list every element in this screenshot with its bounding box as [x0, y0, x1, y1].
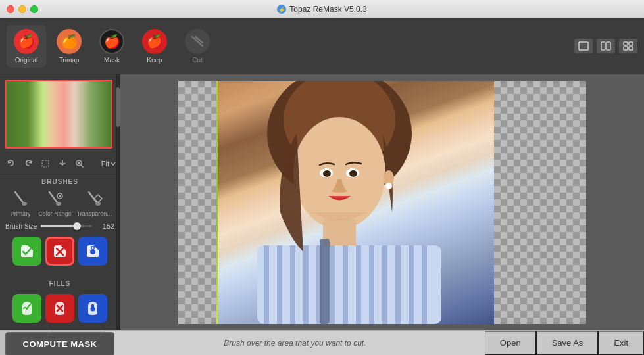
selection-tool[interactable] [38, 156, 53, 171]
svg-rect-39 [303, 245, 309, 324]
fill-process-button[interactable] [78, 294, 107, 323]
compute-mask-button[interactable]: COMPUTE MASK [5, 332, 114, 355]
pan-tool[interactable] [55, 156, 70, 171]
svg-rect-44 [369, 245, 374, 324]
svg-line-13 [81, 165, 83, 167]
chevron-down-icon [111, 161, 116, 166]
svg-line-16 [15, 192, 23, 202]
svg-rect-7 [624, 42, 628, 45]
svg-point-33 [293, 117, 385, 229]
brush-action-buttons [0, 231, 120, 271]
save-as-button[interactable]: Save As [537, 331, 599, 356]
svg-point-19 [56, 202, 61, 206]
main-area: Fit BRUSHES Primary [0, 74, 644, 330]
svg-rect-41 [330, 245, 335, 324]
fills-buttons [0, 290, 120, 327]
single-view-button[interactable] [574, 39, 593, 53]
svg-line-18 [49, 192, 57, 202]
brush-size-slider[interactable] [41, 225, 92, 227]
canvas-area[interactable] [120, 74, 644, 330]
status-text: Brush over the area that you want to cut… [105, 339, 485, 348]
brush-tools: Primary Color Range [0, 188, 120, 221]
mask-icon: 🍎 [99, 29, 124, 54]
process-brush-button[interactable] [78, 237, 107, 266]
svg-point-21 [59, 195, 61, 197]
transparency-tool[interactable]: Transparen... [77, 188, 112, 217]
tool-trimap[interactable]: 🍊 Trimap [49, 25, 89, 68]
bottom-right-buttons: Open Save As Exit [485, 331, 644, 356]
traffic-lights [7, 5, 38, 13]
redo-button[interactable] [21, 156, 36, 171]
trimap-icon: 🍊 [57, 29, 82, 54]
mini-toolbar: Fit [0, 154, 120, 174]
svg-rect-47 [409, 245, 414, 324]
svg-rect-11 [42, 160, 49, 167]
fill-cut-button[interactable] [45, 294, 74, 323]
fill-keep-button[interactable] [12, 294, 41, 323]
svg-rect-6 [607, 42, 610, 50]
primary-brush-tool[interactable]: Primary [8, 188, 33, 217]
color-range-icon [42, 188, 67, 209]
primary-brush-icon [8, 188, 33, 209]
svg-point-26 [90, 249, 95, 254]
view-mode-buttons [574, 39, 637, 53]
svg-rect-30 [91, 304, 94, 308]
sidebar-scrollbar[interactable] [116, 74, 120, 330]
svg-rect-9 [624, 47, 628, 50]
svg-point-17 [22, 202, 27, 206]
svg-rect-42 [343, 245, 348, 324]
tool-original[interactable]: 🍎 Original [7, 25, 46, 68]
svg-rect-4 [579, 42, 588, 50]
svg-point-53 [349, 170, 357, 177]
keep-icon: 🍎 [142, 29, 167, 54]
top-toolbar: 🍎 Original 🍊 Trimap 🍎 Mask 🍎 Keep Cut [0, 18, 644, 74]
svg-rect-10 [629, 47, 633, 50]
svg-rect-5 [601, 42, 605, 50]
thumbnail-area [0, 74, 120, 154]
image-thumbnail [5, 80, 112, 149]
svg-point-52 [323, 170, 331, 177]
undo-button[interactable] [4, 156, 18, 171]
scrollbar-thumb[interactable] [116, 87, 120, 127]
transparency-icon [82, 188, 107, 209]
fit-dropdown[interactable]: Fit [101, 160, 116, 168]
svg-rect-37 [277, 245, 282, 324]
svg-text:⚡: ⚡ [278, 6, 286, 14]
title-bar: ⚡ Topaz ReMask V5.0.3 [0, 0, 644, 18]
svg-rect-36 [264, 245, 269, 324]
svg-rect-8 [629, 42, 633, 45]
exit-button[interactable]: Exit [599, 331, 644, 356]
canvas-background [178, 81, 586, 324]
svg-rect-45 [382, 245, 387, 324]
color-range-tool[interactable]: Color Range [38, 188, 72, 217]
app-title: ⚡ Topaz ReMask V5.0.3 [277, 5, 366, 14]
svg-rect-48 [422, 245, 427, 324]
sidebar: Fit BRUSHES Primary [0, 74, 120, 330]
open-button[interactable]: Open [485, 331, 537, 356]
tool-cut[interactable]: Cut [178, 25, 217, 68]
keep-brush-button[interactable] [12, 237, 41, 266]
svg-rect-38 [290, 245, 295, 324]
split-view-button[interactable] [597, 39, 615, 53]
app-icon: ⚡ [277, 5, 286, 14]
brush-size-row: Brush Size 152 [0, 221, 120, 231]
minimize-button[interactable] [18, 5, 26, 13]
fills-label: FILLS [0, 276, 120, 290]
zoom-tool[interactable] [72, 156, 87, 171]
close-button[interactable] [7, 5, 14, 13]
svg-rect-49 [320, 239, 330, 324]
fullscreen-button[interactable] [30, 5, 38, 13]
brushes-label: BRUSHES [0, 174, 120, 188]
svg-point-55 [385, 183, 392, 189]
quad-view-button[interactable] [619, 39, 637, 53]
tool-mask[interactable]: 🍎 Mask [92, 25, 132, 68]
slider-thumb[interactable] [73, 222, 81, 230]
cut-icon [185, 29, 210, 54]
cut-brush-button[interactable] [45, 237, 74, 266]
svg-rect-43 [356, 245, 361, 324]
tool-keep[interactable]: 🍎 Keep [135, 25, 174, 68]
svg-rect-46 [395, 245, 401, 324]
subject-image [218, 81, 494, 324]
original-icon: 🍎 [14, 29, 39, 54]
